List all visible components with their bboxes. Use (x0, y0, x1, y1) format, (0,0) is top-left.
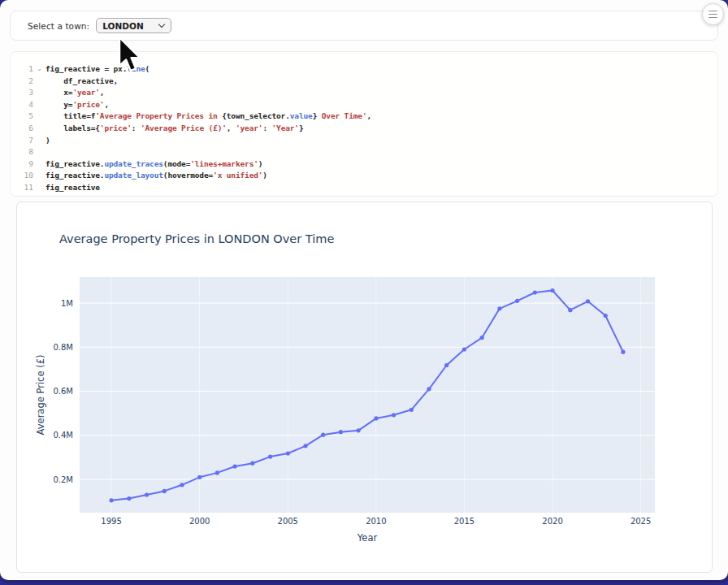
code-lines: 1⌄fig_reactive = px.line(2 df_reactive,3… (11, 63, 717, 194)
line-number: 7 (11, 135, 33, 147)
chart-title: Average Property Prices in LONDON Over T… (59, 232, 334, 245)
data-point[interactable] (427, 387, 431, 391)
line-number: 1 (11, 63, 33, 76)
code-text: fig_reactive.update_layout(hovermode='x … (46, 170, 267, 182)
data-point[interactable] (180, 483, 184, 487)
fold-spacer (33, 158, 46, 171)
code-text: fig_reactive.update_traces(mode='lines+m… (46, 158, 262, 171)
code-line[interactable]: 6 labels={'price': 'Average Price (£)', … (11, 123, 717, 135)
code-line[interactable]: 7) (11, 135, 717, 147)
x-tick-label: 2025 (630, 517, 651, 526)
fold-chevron-icon[interactable]: ⌄ (33, 63, 46, 76)
code-text: y='price', (46, 99, 109, 111)
code-line[interactable]: 5 title=f'Average Property Prices in {to… (11, 110, 717, 123)
data-point[interactable] (586, 299, 590, 303)
code-text: title=f'Average Property Prices in {town… (46, 110, 371, 123)
data-point[interactable] (127, 496, 131, 500)
data-point[interactable] (357, 428, 361, 432)
fold-spacer (33, 135, 46, 147)
x-tick-label: 2020 (542, 517, 562, 526)
plot-area[interactable] (80, 277, 655, 513)
chart-card: 0.2M0.4M0.6M0.8M1M1995200020052010201520… (16, 202, 713, 573)
data-point[interactable] (444, 363, 448, 367)
fold-spacer (33, 170, 46, 182)
fold-spacer (33, 76, 46, 88)
data-point[interactable] (480, 336, 484, 340)
select-town-label: Select a town: (28, 21, 89, 31)
x-tick-label: 2005 (278, 517, 298, 526)
code-text: x='year', (46, 87, 104, 99)
code-line[interactable]: 11fig_reactive (11, 182, 717, 194)
line-number: 2 (11, 76, 33, 88)
code-line[interactable]: 4 y='price', (11, 99, 717, 111)
x-tick-label: 2010 (366, 517, 386, 526)
data-point[interactable] (303, 444, 307, 448)
data-point[interactable] (250, 462, 254, 466)
data-point[interactable] (215, 470, 219, 474)
town-select-value: LONDON (102, 21, 159, 31)
y-tick-label: 0.4M (53, 431, 73, 440)
x-tick-label: 2015 (454, 517, 474, 526)
code-text: ) (46, 135, 50, 147)
line-number: 4 (11, 99, 33, 111)
code-line[interactable]: 3 x='year', (11, 87, 717, 99)
data-point[interactable] (110, 498, 114, 502)
data-point[interactable] (533, 290, 537, 294)
data-point[interactable] (286, 451, 290, 455)
data-point[interactable] (145, 492, 149, 496)
town-select[interactable]: LONDON (96, 18, 171, 33)
y-axis-title: Average Price (£) (35, 355, 46, 436)
data-point[interactable] (462, 347, 466, 351)
data-point[interactable] (621, 350, 625, 354)
line-number: 9 (11, 158, 33, 171)
data-point[interactable] (339, 430, 343, 434)
widget-panel: Select a town: LONDON (10, 11, 718, 41)
line-number: 10 (11, 170, 33, 182)
y-tick-label: 1M (61, 299, 73, 308)
main-card: Select a town: LONDON 1⌄fig_reactive = p… (0, 0, 728, 580)
data-point[interactable] (604, 314, 608, 318)
code-line[interactable]: 2 df_reactive, (11, 76, 717, 88)
plotly-chart[interactable]: 0.2M0.4M0.6M0.8M1M1995200020052010201520… (17, 202, 713, 573)
app-background: { "app": { "background_color": "#2c2b91"… (0, 0, 728, 585)
data-point[interactable] (568, 308, 572, 312)
fold-spacer (33, 99, 46, 111)
x-axis-title: Year (357, 532, 378, 544)
x-tick-label: 1995 (101, 517, 121, 526)
data-point[interactable] (321, 433, 325, 437)
code-line[interactable]: 1⌄fig_reactive = px.line( (11, 63, 717, 76)
chevron-down-icon (159, 22, 165, 28)
y-tick-label: 0.2M (53, 475, 73, 484)
data-point[interactable] (550, 288, 554, 292)
data-point[interactable] (410, 408, 414, 412)
fold-spacer (33, 182, 46, 194)
code-text: fig_reactive = px.line( (46, 63, 150, 76)
code-line[interactable]: 10fig_reactive.update_layout(hovermode='… (11, 170, 717, 182)
line-number: 5 (11, 110, 33, 123)
data-point[interactable] (268, 455, 272, 459)
code-line[interactable]: 8 (11, 146, 717, 158)
line-number: 11 (11, 182, 33, 194)
data-point[interactable] (497, 306, 501, 310)
menu-button[interactable] (702, 3, 724, 25)
x-tick-label: 2000 (189, 517, 210, 526)
code-text: fig_reactive (46, 182, 100, 194)
data-point[interactable] (392, 413, 396, 417)
fold-spacer (33, 87, 46, 99)
data-point[interactable] (162, 489, 167, 493)
data-point[interactable] (197, 475, 202, 479)
line-number: 6 (11, 123, 33, 135)
code-text: df_reactive, (46, 76, 118, 88)
code-editor[interactable]: 1⌄fig_reactive = px.line(2 df_reactive,3… (10, 51, 718, 197)
y-tick-label: 0.6M (53, 387, 73, 396)
data-point[interactable] (515, 299, 519, 303)
data-point[interactable] (233, 464, 237, 468)
line-number: 8 (11, 146, 33, 158)
code-line[interactable]: 9fig_reactive.update_traces(mode='lines+… (11, 158, 717, 171)
fold-spacer (33, 123, 46, 135)
y-tick-label: 0.8M (53, 343, 73, 352)
data-point[interactable] (374, 416, 378, 420)
code-text: labels={'price': 'Average Price (£)', 'y… (46, 123, 304, 135)
line-number: 3 (11, 87, 33, 99)
fold-spacer (33, 110, 46, 123)
